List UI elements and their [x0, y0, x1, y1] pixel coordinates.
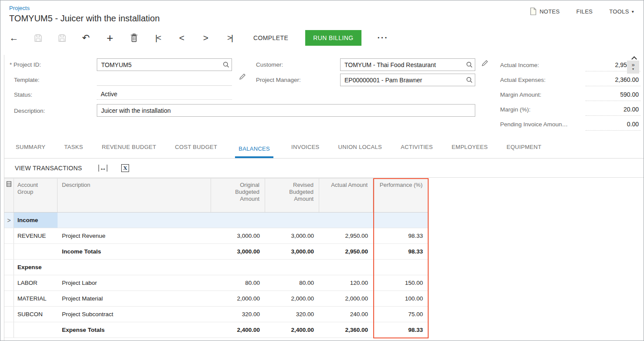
customer-field-box — [340, 58, 475, 71]
balances-grid: Account Group Description Original Budge… — [4, 178, 429, 338]
status-value: Active — [97, 88, 232, 100]
project-manager-search-icon[interactable] — [463, 77, 475, 83]
revised-cell[interactable]: 3,000.00 — [265, 228, 319, 243]
template-field[interactable] — [97, 74, 232, 86]
tab-revenue-budget[interactable]: REVENUE BUDGET — [101, 144, 157, 158]
margin-percent-value: 20.00 — [586, 103, 641, 116]
tab-summary[interactable]: SUMMARY — [15, 144, 46, 158]
original-cell[interactable]: 320.00 — [211, 307, 265, 322]
previous-record-button[interactable]: < — [177, 32, 187, 44]
account-cell[interactable]: REVENUE — [14, 228, 58, 243]
customer-search-icon[interactable] — [463, 61, 475, 68]
column-header-description[interactable]: Description — [58, 179, 211, 212]
project-manager-input[interactable] — [341, 77, 463, 84]
actual-cell: 2,950.00 — [319, 244, 373, 259]
actual-expenses-value: 2,360.00 — [586, 74, 641, 86]
complete-button[interactable]: COMPLETE — [253, 34, 288, 41]
table-row-subcon[interactable]: SUBCON Project Subcontract 320.00 320.00… — [4, 307, 429, 322]
performance-cell[interactable]: 100.00 — [373, 291, 428, 306]
next-record-button[interactable]: > — [201, 32, 211, 44]
undo-button[interactable]: ↶ — [81, 32, 91, 44]
back-button[interactable]: ← — [9, 32, 19, 44]
customer-input[interactable] — [341, 61, 463, 68]
original-cell: 3,000.00 — [211, 244, 265, 259]
column-header-performance[interactable]: Performance (%) — [373, 179, 428, 212]
tab-union-locals[interactable]: UNION LOCALS — [337, 144, 383, 158]
column-header-revised-budgeted-amount[interactable]: Revised Budgeted Amount — [265, 179, 319, 212]
breadcrumb[interactable]: Projects — [9, 5, 30, 11]
original-cell[interactable]: 2,000.00 — [211, 291, 265, 306]
actual-cell[interactable]: 2,950.00 — [319, 228, 373, 243]
description-cell[interactable]: Project Revenue — [58, 228, 211, 243]
description-cell[interactable]: Project Labor — [58, 275, 211, 290]
tab-tasks[interactable]: TASKS — [63, 144, 84, 158]
description-cell[interactable]: Project Subcontract — [58, 307, 211, 322]
summary-row: Pending Invoice Amoun… 0.00 — [500, 117, 641, 132]
actual-cell[interactable]: 120.00 — [319, 275, 373, 290]
delete-button[interactable] — [129, 32, 139, 44]
account-cell[interactable]: MATERIAL — [14, 291, 58, 306]
table-row-income-totals[interactable]: Income Totals 3,000.00 3,000.00 2,950.00… — [4, 244, 429, 260]
tab-employees[interactable]: EMPLOYEES — [451, 144, 489, 158]
template-edit-icon[interactable] — [238, 72, 248, 82]
notes-button[interactable]: NOTES — [530, 7, 559, 15]
summary-panel: Actual Income: 2,950.00 Actual Expenses:… — [500, 57, 641, 132]
tab-balances[interactable]: BALANCES — [235, 145, 273, 158]
tab-activities[interactable]: ACTIVITIES — [400, 144, 434, 158]
customer-edit-icon[interactable] — [480, 59, 490, 68]
group-cell[interactable]: Income — [14, 213, 58, 228]
actual-cell[interactable]: 2,000.00 — [319, 291, 373, 306]
performance-cell[interactable]: 98.33 — [373, 228, 428, 243]
table-row-group-expense[interactable]: Expense — [4, 260, 429, 275]
revised-cell: 3,000.00 — [265, 244, 319, 259]
original-cell[interactable]: 80.00 — [211, 275, 265, 290]
revised-cell[interactable]: 320.00 — [265, 307, 319, 322]
column-header-actual-amount[interactable]: Actual Amount — [319, 179, 373, 212]
grid-settings-cell[interactable] — [4, 179, 14, 212]
summary-row: Margin Amount: 590.00 — [500, 87, 641, 102]
table-row-expense-totals[interactable]: Expense Totals 2,400.00 2,400.00 2,360.0… — [4, 322, 429, 338]
revised-cell[interactable]: 80.00 — [265, 275, 319, 290]
table-row-revenue[interactable]: REVENUE Project Revenue 3,000.00 3,000.0… — [4, 228, 429, 244]
group-cell[interactable]: Expense — [14, 260, 58, 275]
column-header-original-budgeted-amount[interactable]: Original Budgeted Amount — [211, 179, 265, 212]
tools-button[interactable]: TOOLS ▾ — [609, 8, 634, 15]
table-row-material[interactable]: MATERIAL Project Material 2,000.00 2,000… — [4, 291, 429, 307]
table-row-group-income[interactable]: > Income — [4, 213, 429, 228]
fit-width-button[interactable]: ↔ — [99, 165, 107, 172]
tab-overflow-button[interactable]: » ▾ — [627, 61, 639, 74]
last-record-button[interactable]: >| — [225, 32, 235, 44]
revised-cell[interactable]: 2,000.00 — [265, 291, 319, 306]
project-id-search-icon[interactable] — [220, 61, 232, 68]
template-label: Template: — [14, 77, 40, 83]
account-cell[interactable]: SUBCON — [14, 307, 58, 322]
description-cell[interactable]: Project Material — [58, 291, 211, 306]
description-label: Description: — [14, 108, 45, 114]
performance-cell[interactable]: 75.00 — [373, 307, 428, 322]
description-input[interactable] — [97, 107, 475, 114]
account-cell[interactable]: LABOR — [14, 275, 58, 290]
original-cell: 2,400.00 — [211, 322, 265, 338]
first-record-button[interactable]: |< — [153, 32, 163, 44]
tab-cost-budget[interactable]: COST BUDGET — [174, 144, 218, 158]
export-excel-button[interactable]: X — [121, 164, 129, 172]
project-id-input[interactable] — [97, 61, 220, 68]
performance-cell[interactable]: 150.00 — [373, 275, 428, 290]
tab-equipment[interactable]: EQUIPMENT — [506, 144, 542, 158]
tab-invoices[interactable]: INVOICES — [290, 144, 320, 158]
files-button[interactable]: FILES — [576, 8, 593, 15]
notes-label: NOTES — [539, 8, 559, 15]
actual-cell: 2,360.00 — [319, 322, 373, 338]
save-button[interactable] — [57, 32, 67, 44]
save-close-button[interactable] — [33, 32, 43, 44]
project-manager-field-box — [340, 74, 475, 86]
actual-cell[interactable]: 240.00 — [319, 307, 373, 322]
view-transactions-button[interactable]: VIEW TRANSACTIONS — [15, 165, 82, 172]
add-record-button[interactable]: + — [105, 32, 115, 44]
margin-percent-label: Margin (%): — [500, 106, 586, 113]
column-header-account-group[interactable]: Account Group — [14, 179, 58, 212]
table-row-labor[interactable]: LABOR Project Labor 80.00 80.00 120.00 1… — [4, 275, 429, 291]
original-cell[interactable]: 3,000.00 — [211, 228, 265, 243]
toolbar-more-button[interactable]: ··· — [378, 33, 388, 43]
run-billing-button[interactable]: RUN BILLING — [305, 30, 361, 46]
